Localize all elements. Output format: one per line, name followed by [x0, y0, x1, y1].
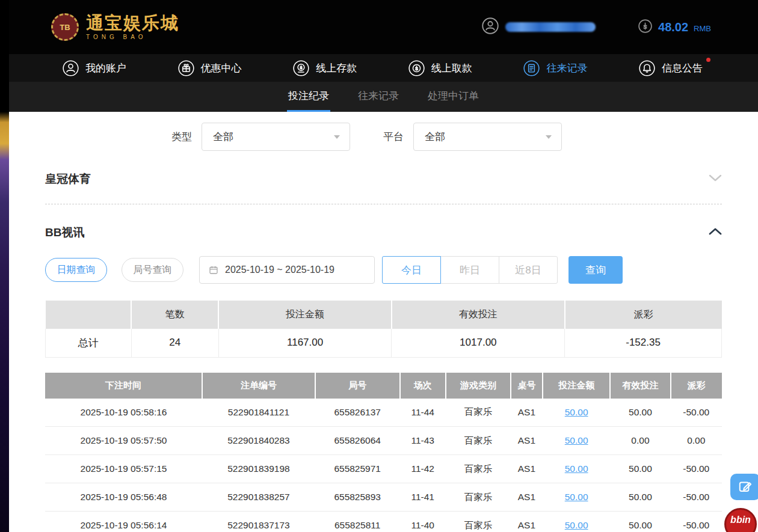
bell-icon — [638, 60, 656, 77]
bet-amount-link[interactable]: 50.00 — [565, 492, 588, 502]
records-header-cell: 桌号 — [511, 373, 543, 399]
records-cell: AS1 — [511, 455, 543, 483]
type-select[interactable]: 全部 — [202, 123, 350, 151]
records-cell: 百家乐 — [446, 427, 511, 455]
summary-total-row: 总计241167.001017.00-152.35 — [46, 329, 722, 357]
records-cell: AS1 — [511, 483, 543, 512]
gift-icon — [177, 60, 195, 77]
records-cell: AS1 — [511, 512, 543, 532]
records-cell: 655825893 — [315, 483, 400, 512]
topbar: TB 通宝娱乐城 TONG BAO 48.02 RMB — [9, 0, 758, 54]
records-cell: 百家乐 — [446, 512, 511, 532]
summary-header-cell: 有效投注 — [392, 301, 565, 329]
summary-cell: 1017.00 — [392, 329, 565, 357]
records-cell: 百家乐 — [446, 455, 511, 483]
records-header-cell: 游戏类别 — [446, 373, 511, 399]
records-header-cell: 有效投注 — [610, 373, 670, 399]
records-header-cell: 局号 — [315, 373, 400, 399]
coin-icon — [638, 19, 653, 36]
chevron-down-icon — [709, 174, 722, 185]
balance[interactable]: 48.02 RMB — [638, 19, 711, 36]
nav-item-deposit[interactable]: 线上存款 — [292, 60, 357, 77]
platform-select[interactable]: 全部 — [413, 123, 562, 151]
tab-bet-records[interactable]: 投注纪录 — [287, 82, 330, 112]
edit-icon — [738, 479, 753, 495]
records-cell: 655825971 — [315, 455, 400, 483]
section-title: BB视讯 — [45, 225, 84, 240]
last8days-button[interactable]: 近8日 — [499, 256, 558, 284]
content: 类型 全部 平台 全部 皇冠体育 BB视讯 日期查询 — [9, 123, 758, 532]
records-cell: -50.00 — [671, 399, 723, 427]
table-row: 2025-10-19 05:57:15522901839198655825971… — [45, 455, 722, 483]
type-label: 类型 — [171, 130, 192, 144]
user-info[interactable] — [481, 17, 596, 37]
deposit-icon — [292, 60, 310, 77]
balance-currency: RMB — [694, 24, 711, 33]
nav-item-withdraw[interactable]: 线上取款 — [408, 60, 472, 77]
records-cell: -50.00 — [671, 512, 723, 532]
chat-float-button[interactable] — [730, 474, 758, 500]
balance-amount: 48.02 — [658, 20, 688, 34]
nav-item-account[interactable]: 我的账户 — [62, 60, 126, 77]
date-range-input[interactable]: 2025-10-19 ~ 2025-10-19 — [199, 256, 375, 284]
table-row: 2025-10-19 05:56:48522901838257655825893… — [45, 483, 722, 512]
yesterday-button[interactable]: 昨日 — [440, 256, 499, 284]
records-cell: 2025-10-19 05:56:48 — [45, 483, 202, 512]
nav-label: 往来记录 — [546, 61, 587, 75]
records-cell: AS1 — [511, 427, 543, 455]
bet-amount-link[interactable]: 50.00 — [565, 407, 588, 417]
summary-cell: 总计 — [46, 329, 132, 357]
summary-cell: 1167.00 — [218, 329, 392, 357]
nav-item-news[interactable]: 信息公告 — [638, 60, 703, 77]
site-subtitle: TONG BAO — [86, 34, 179, 40]
nav-label: 优惠中心 — [201, 61, 242, 75]
records-cell: -50.00 — [671, 455, 723, 483]
records-cell: 655826137 — [315, 399, 400, 427]
records-cell: 50.00 — [610, 483, 670, 512]
section-bb-video[interactable]: BB视讯 — [45, 225, 722, 240]
nav-item-promo[interactable]: 优惠中心 — [177, 60, 242, 77]
tab-pending-orders[interactable]: 处理中订单 — [427, 82, 480, 112]
bet-amount-link[interactable]: 50.00 — [565, 435, 588, 445]
divider — [45, 204, 722, 204]
date-query-button[interactable]: 日期查询 — [45, 258, 107, 282]
records-cell: 11-44 — [400, 399, 446, 427]
chevron-up-icon — [709, 227, 722, 238]
chevron-down-icon — [334, 135, 340, 139]
records-cell: AS1 — [511, 399, 543, 427]
bet-amount-cell: 50.00 — [543, 455, 611, 483]
site-logo[interactable]: TB 通宝娱乐城 TONG BAO — [51, 13, 179, 41]
summary-header-cell: 派彩 — [565, 301, 722, 329]
site-title: 通宝娱乐城 — [86, 14, 179, 32]
withdraw-icon — [408, 60, 425, 77]
nav-item-records[interactable]: 往来记录 — [523, 60, 587, 77]
summary-header-cell — [46, 301, 132, 329]
nav-label: 线上取款 — [431, 61, 472, 75]
search-button[interactable]: 查询 — [568, 256, 623, 284]
calendar-icon — [208, 264, 219, 275]
chevron-down-icon — [546, 135, 552, 139]
records-cell: 2025-10-19 05:57:15 — [45, 455, 202, 483]
records-cell: 11-42 — [400, 455, 446, 483]
nav-label: 我的账户 — [85, 61, 126, 75]
records-cell: 522901838257 — [202, 483, 315, 512]
section-crown-sports[interactable]: 皇冠体育 — [45, 171, 722, 187]
records-header-cell: 派彩 — [671, 373, 723, 399]
today-button[interactable]: 今日 — [382, 256, 441, 284]
tab-transactions[interactable]: 往来记录 — [357, 82, 400, 112]
page: TB 通宝娱乐城 TONG BAO 48.02 RMB 我的账户优惠中心线上 — [9, 0, 758, 532]
bet-amount-cell: 50.00 — [543, 427, 611, 455]
bet-amount-link[interactable]: 50.00 — [565, 463, 588, 474]
records-header-row: 下注时间注单编号局号场次游戏类别桌号投注金额有效投注派彩 — [45, 373, 722, 399]
records-cell: 0.00 — [610, 427, 670, 455]
records-body: 2025-10-19 05:58:16522901841121655826137… — [45, 399, 722, 532]
query-bar: 日期查询 局号查询 2025-10-19 ~ 2025-10-19 今日 昨日 … — [45, 256, 722, 284]
nav-label: 信息公告 — [662, 61, 703, 75]
bet-amount-link[interactable]: 50.00 — [565, 520, 588, 530]
bet-amount-cell: 50.00 — [543, 512, 611, 532]
table-row: 2025-10-19 05:57:50522901840283655826064… — [45, 427, 722, 455]
round-query-button[interactable]: 局号查询 — [122, 258, 183, 282]
table-row: 2025-10-19 05:56:14522901837173655825811… — [45, 512, 722, 532]
summary-header-cell: 笔数 — [131, 301, 218, 329]
platform-label: 平台 — [383, 130, 404, 144]
